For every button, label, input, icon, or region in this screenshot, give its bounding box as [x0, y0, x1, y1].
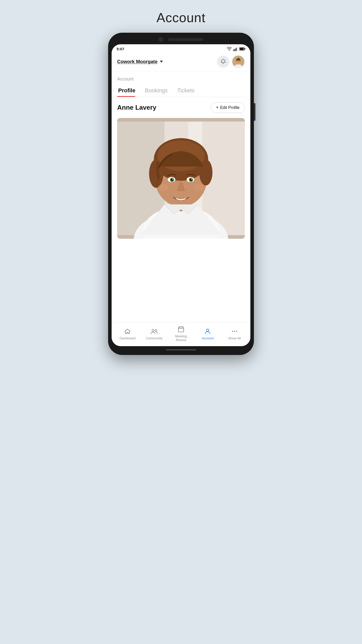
svg-point-33: [155, 330, 157, 331]
svg-point-29: [191, 179, 192, 180]
tab-profile[interactable]: Profile: [117, 84, 141, 97]
tabs-bar: Profile Bookings Tickets: [112, 84, 250, 97]
svg-rect-34: [178, 327, 184, 332]
svg-rect-3: [237, 47, 238, 51]
account-icon: [204, 327, 212, 335]
svg-point-32: [152, 329, 154, 332]
status-icons: [227, 47, 245, 51]
header-icons: [217, 55, 245, 68]
plus-icon: +: [216, 105, 219, 110]
bell-icon: [220, 59, 226, 64]
user-avatar-button[interactable]: [232, 55, 245, 68]
community-icon: [150, 327, 158, 335]
profile-header: Anne Lavery + Edit Profile: [117, 102, 245, 113]
location-name: Cowork Moorgate: [117, 59, 157, 64]
nav-item-community[interactable]: Community: [144, 327, 164, 340]
svg-rect-5: [245, 48, 245, 50]
app-header: Cowork Moorgate: [112, 53, 250, 72]
signal-icon: [233, 47, 238, 51]
tab-bookings[interactable]: Bookings: [144, 84, 174, 97]
nav-label-account: Account: [202, 336, 214, 340]
svg-point-28: [172, 179, 173, 180]
profile-photo-image: [117, 118, 245, 239]
svg-rect-0: [233, 50, 234, 51]
svg-rect-2: [236, 48, 237, 51]
nav-item-dashboard[interactable]: Dashboard: [117, 327, 138, 340]
battery-icon: [239, 47, 245, 51]
home-icon: [123, 327, 131, 335]
more-icon: [231, 327, 239, 335]
user-name: Anne Lavery: [117, 104, 156, 111]
nav-item-account[interactable]: Account: [198, 327, 218, 340]
notifications-button[interactable]: [217, 56, 229, 68]
svg-rect-1: [235, 49, 235, 51]
home-indicator: [166, 349, 196, 350]
profile-section: Anne Lavery + Edit Profile: [112, 97, 250, 322]
nav-label-show-all: Show All: [228, 336, 241, 340]
calendar-icon: [177, 325, 185, 333]
phone-top-bezel: [112, 37, 250, 42]
status-bar: 5:07: [112, 44, 250, 53]
power-button: [254, 103, 255, 121]
svg-point-38: [236, 331, 237, 332]
nav-item-meeting-rooms[interactable]: Meeting Rooms: [171, 325, 191, 342]
phone-screen: 5:07: [112, 44, 250, 346]
avatar-image: [232, 56, 244, 68]
profile-photo: [117, 118, 245, 239]
chevron-down-icon: [160, 61, 163, 63]
front-camera: [159, 37, 163, 42]
tab-tickets[interactable]: Tickets: [176, 84, 201, 97]
svg-point-31: [194, 184, 204, 191]
account-section-label: Account: [112, 72, 250, 84]
svg-rect-6: [240, 48, 244, 50]
location-selector[interactable]: Cowork Moorgate: [117, 59, 163, 64]
nav-item-show-all[interactable]: Show All: [224, 327, 245, 340]
wifi-icon: [227, 47, 232, 51]
nav-label-community: Community: [146, 336, 163, 340]
phone-frame: 5:07: [108, 33, 254, 355]
phone-bottom-bar: [112, 349, 250, 350]
nav-label-dashboard: Dashboard: [119, 336, 135, 340]
edit-profile-button[interactable]: + Edit Profile: [211, 102, 245, 113]
svg-point-36: [232, 331, 233, 332]
status-time: 5:07: [117, 47, 124, 51]
svg-point-30: [158, 184, 168, 191]
phone-speaker: [168, 38, 203, 41]
nav-label-meeting-rooms: Meeting Rooms: [175, 334, 187, 342]
bottom-nav: Dashboard Community: [112, 322, 250, 346]
page-title: Account: [157, 10, 206, 25]
svg-point-37: [234, 331, 235, 332]
svg-point-35: [207, 329, 209, 331]
